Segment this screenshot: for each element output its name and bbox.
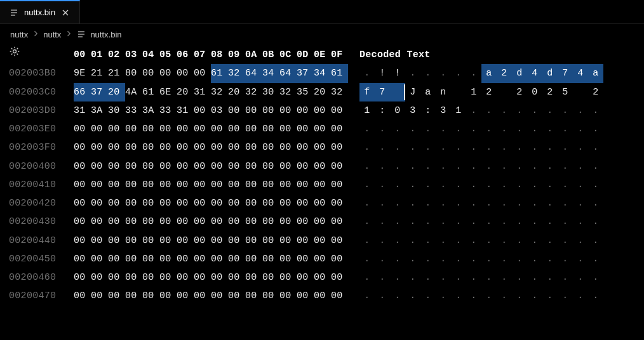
decoded-char[interactable]: . bbox=[405, 64, 420, 82]
row-address[interactable]: 00200400 bbox=[9, 161, 56, 172]
decoded-char[interactable]: . bbox=[558, 194, 573, 213]
hex-byte[interactable]: 00 bbox=[142, 120, 159, 138]
hex-byte[interactable]: 00 bbox=[279, 287, 297, 305]
decoded-char[interactable]: . bbox=[451, 287, 466, 305]
row-address[interactable]: 002003D0 bbox=[9, 105, 56, 116]
decoded-char[interactable]: . bbox=[405, 120, 420, 138]
hex-byte[interactable]: 00 bbox=[262, 287, 279, 305]
decoded-char[interactable]: : bbox=[375, 101, 390, 120]
decoded-char[interactable]: 2 bbox=[481, 83, 497, 101]
decoded-char[interactable]: . bbox=[359, 176, 375, 194]
hex-byte[interactable]: 00 bbox=[91, 287, 108, 305]
decoded-char[interactable]: . bbox=[420, 120, 436, 138]
decoded-char[interactable]: . bbox=[466, 287, 481, 305]
decoded-char[interactable]: . bbox=[436, 287, 451, 305]
decoded-char[interactable]: . bbox=[359, 138, 375, 157]
hex-byte[interactable]: 00 bbox=[91, 268, 108, 287]
decoded-char[interactable]: . bbox=[527, 213, 542, 231]
decoded-char[interactable]: . bbox=[420, 268, 436, 287]
hex-byte[interactable]: 00 bbox=[194, 64, 211, 82]
hex-byte[interactable]: 00 bbox=[91, 157, 108, 176]
hex-byte[interactable]: 00 bbox=[91, 232, 108, 250]
decoded-char[interactable] bbox=[573, 83, 588, 101]
decoded-char[interactable]: . bbox=[573, 232, 588, 250]
decoded-char[interactable]: . bbox=[390, 213, 405, 231]
decoded-char[interactable]: . bbox=[542, 232, 558, 250]
decoded-char[interactable]: . bbox=[375, 176, 390, 194]
close-icon[interactable] bbox=[60, 8, 70, 18]
hex-byte[interactable]: 00 bbox=[331, 157, 348, 176]
hex-byte[interactable]: 00 bbox=[108, 157, 125, 176]
hex-byte[interactable]: 00 bbox=[297, 213, 314, 231]
decoded-char[interactable]: . bbox=[375, 157, 390, 176]
decoded-char[interactable]: a bbox=[588, 64, 603, 82]
decoded-char[interactable]: 0 bbox=[390, 101, 405, 120]
hex-byte[interactable]: 00 bbox=[194, 194, 211, 213]
hex-byte[interactable]: 31 bbox=[177, 101, 194, 120]
hex-byte[interactable]: 00 bbox=[91, 213, 108, 231]
decoded-char[interactable]: . bbox=[436, 250, 451, 268]
hex-byte[interactable]: 00 bbox=[74, 232, 91, 250]
decoded-char[interactable]: . bbox=[466, 213, 481, 231]
hex-byte[interactable]: 00 bbox=[159, 250, 177, 268]
hex-byte[interactable]: 00 bbox=[228, 232, 245, 250]
hex-byte[interactable]: 00 bbox=[177, 120, 194, 138]
decoded-char[interactable]: 2 bbox=[542, 83, 558, 101]
decoded-char[interactable]: . bbox=[420, 64, 436, 82]
decoded-char[interactable]: . bbox=[451, 194, 466, 213]
decoded-char[interactable]: . bbox=[481, 194, 497, 213]
hex-byte[interactable]: 32 bbox=[331, 83, 348, 101]
hex-byte[interactable]: 00 bbox=[262, 157, 279, 176]
hex-byte[interactable]: 00 bbox=[245, 213, 262, 231]
decoded-char[interactable]: . bbox=[359, 268, 375, 287]
decoded-char[interactable]: : bbox=[420, 101, 436, 120]
decoded-char[interactable]: . bbox=[542, 268, 558, 287]
decoded-char[interactable]: . bbox=[420, 194, 436, 213]
decoded-char[interactable]: . bbox=[558, 213, 573, 231]
decoded-char[interactable]: . bbox=[466, 232, 481, 250]
decoded-char[interactable]: . bbox=[497, 176, 512, 194]
hex-byte[interactable]: 00 bbox=[74, 194, 91, 213]
hex-byte[interactable]: 00 bbox=[228, 101, 245, 120]
decoded-char[interactable]: . bbox=[542, 194, 558, 213]
hex-byte[interactable]: 00 bbox=[108, 176, 125, 194]
hex-byte[interactable]: 00 bbox=[211, 194, 228, 213]
decoded-char[interactable]: . bbox=[359, 64, 375, 82]
hex-byte[interactable]: 00 bbox=[262, 101, 279, 120]
decoded-char[interactable]: . bbox=[573, 176, 588, 194]
decoded-char[interactable]: . bbox=[375, 250, 390, 268]
hex-byte[interactable]: 00 bbox=[211, 268, 228, 287]
decoded-char[interactable]: . bbox=[359, 287, 375, 305]
decoded-char[interactable]: . bbox=[512, 250, 527, 268]
decoded-char[interactable]: . bbox=[512, 138, 527, 157]
decoded-char[interactable]: . bbox=[451, 250, 466, 268]
decoded-char[interactable]: . bbox=[558, 120, 573, 138]
decoded-char[interactable]: 5 bbox=[558, 83, 573, 101]
decoded-char[interactable]: . bbox=[390, 250, 405, 268]
decoded-char[interactable]: . bbox=[359, 194, 375, 213]
decoded-char[interactable]: . bbox=[497, 213, 512, 231]
decoded-char[interactable]: 4 bbox=[527, 64, 542, 82]
hex-byte[interactable]: 00 bbox=[91, 176, 108, 194]
hex-byte[interactable]: 00 bbox=[262, 250, 279, 268]
hex-byte[interactable]: 00 bbox=[125, 176, 142, 194]
hex-byte[interactable]: 61 bbox=[142, 83, 159, 101]
decoded-char[interactable]: a bbox=[481, 64, 497, 82]
hex-byte[interactable]: 00 bbox=[279, 232, 297, 250]
decoded-char[interactable]: 2 bbox=[512, 83, 527, 101]
hex-byte[interactable]: 80 bbox=[125, 64, 142, 82]
hex-byte[interactable]: 00 bbox=[314, 213, 331, 231]
hex-byte[interactable]: 00 bbox=[211, 157, 228, 176]
hex-byte[interactable]: 00 bbox=[279, 138, 297, 157]
decoded-char[interactable]: . bbox=[481, 157, 497, 176]
decoded-char[interactable]: . bbox=[558, 232, 573, 250]
hex-byte[interactable]: 3A bbox=[142, 101, 159, 120]
decoded-char[interactable]: . bbox=[527, 176, 542, 194]
decoded-char[interactable]: . bbox=[573, 287, 588, 305]
decoded-char[interactable]: . bbox=[527, 268, 542, 287]
hex-byte[interactable]: 00 bbox=[194, 268, 211, 287]
decoded-char[interactable]: . bbox=[558, 268, 573, 287]
hex-byte[interactable]: 20 bbox=[177, 83, 194, 101]
hex-byte[interactable]: 00 bbox=[245, 138, 262, 157]
hex-byte[interactable]: 00 bbox=[245, 120, 262, 138]
